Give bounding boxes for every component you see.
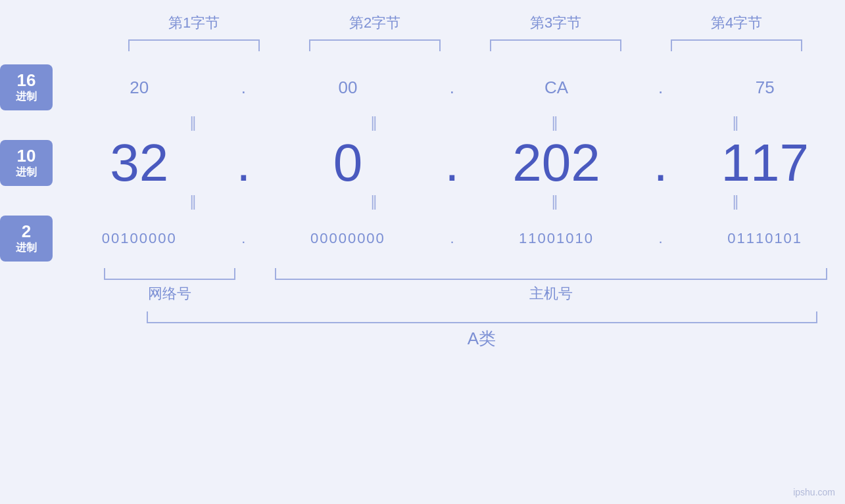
eq-8: ‖ — [671, 193, 802, 210]
eq-7: ‖ — [490, 193, 621, 210]
col-header-3: 第3字节 — [490, 13, 621, 33]
equals-row-2: ‖ ‖ ‖ ‖ — [104, 189, 827, 214]
host-label: 主机号 — [275, 284, 827, 304]
hex-row: 16 进制 20 . 00 . CA . 75 — [0, 64, 845, 110]
dec-label-badge: 10 进制 — [0, 140, 53, 186]
hex-dot-2: . — [442, 79, 462, 96]
bin-dot-3: . — [651, 231, 671, 246]
dec-val-3: 202 — [491, 137, 622, 189]
bin-val-2: 00000000 — [282, 230, 414, 247]
main-container: 第1字节 第2字节 第3字节 第4字节 16 进制 20 . 00 . CA .… — [0, 0, 845, 504]
bracket-bottom-net — [104, 268, 235, 280]
bin-val-3: 11001010 — [491, 230, 622, 247]
bin-label-unit: 进制 — [16, 241, 37, 255]
eq-3: ‖ — [490, 114, 621, 131]
hex-label-unit: 进制 — [16, 90, 37, 104]
col-header-2: 第2字节 — [309, 13, 441, 33]
top-brackets — [104, 39, 827, 51]
dec-val-1: 32 — [74, 137, 205, 189]
hex-dot-3: . — [651, 79, 671, 96]
eq-2: ‖ — [309, 114, 441, 131]
bracket-full — [147, 311, 817, 323]
watermark: ipshu.com — [793, 487, 835, 497]
bracket-top-1 — [128, 39, 260, 51]
eq-4: ‖ — [671, 114, 802, 131]
column-headers: 第1字节 第2字节 第3字节 第4字节 — [104, 13, 827, 33]
hex-label-num: 16 — [17, 71, 36, 90]
bracket-bottom-host — [275, 268, 827, 280]
hex-val-4: 75 — [699, 78, 831, 98]
net-host-labels: 网络号 主机号 — [104, 284, 827, 304]
dec-dot-2: . — [442, 137, 462, 189]
hex-values: 20 . 00 . CA . 75 — [59, 78, 845, 98]
hex-dot-1: . — [233, 79, 253, 96]
dec-row: 10 进制 32 . 0 . 202 . 117 — [0, 137, 845, 189]
dec-label-num: 10 — [17, 147, 36, 166]
hex-val-1: 20 — [74, 78, 205, 98]
bottom-brackets — [104, 268, 827, 280]
hex-label-badge: 16 进制 — [0, 64, 53, 110]
class-label: A类 — [147, 327, 817, 350]
dec-dot-3: . — [651, 137, 671, 189]
bin-dot-2: . — [442, 231, 462, 246]
bracket-top-3 — [490, 39, 621, 51]
equals-row-1: ‖ ‖ ‖ ‖ — [104, 110, 827, 135]
bin-val-1: 00100000 — [74, 230, 205, 247]
bin-dot-1: . — [233, 231, 253, 246]
bin-label-badge: 2 进制 — [0, 216, 53, 262]
net-label: 网络号 — [104, 284, 235, 304]
dec-val-2: 0 — [282, 137, 414, 189]
dec-values: 32 . 0 . 202 . 117 — [59, 137, 845, 189]
hex-val-2: 00 — [282, 78, 414, 98]
bin-label-num: 2 — [22, 222, 31, 241]
bin-row: 2 进制 00100000 . 00000000 . 11001010 . 01… — [0, 216, 845, 262]
hex-val-3: CA — [491, 78, 622, 98]
dec-label-unit: 进制 — [16, 166, 37, 179]
dec-val-4: 117 — [699, 137, 831, 189]
col-header-4: 第4字节 — [671, 13, 802, 33]
eq-1: ‖ — [128, 114, 260, 131]
bin-values: 00100000 . 00000000 . 11001010 . 0111010… — [59, 230, 845, 247]
bracket-top-2 — [309, 39, 441, 51]
eq-6: ‖ — [309, 193, 441, 210]
col-header-1: 第1字节 — [128, 13, 260, 33]
bracket-top-4 — [671, 39, 802, 51]
dec-dot-1: . — [233, 137, 253, 189]
eq-5: ‖ — [128, 193, 260, 210]
bin-val-4: 01110101 — [699, 230, 831, 247]
